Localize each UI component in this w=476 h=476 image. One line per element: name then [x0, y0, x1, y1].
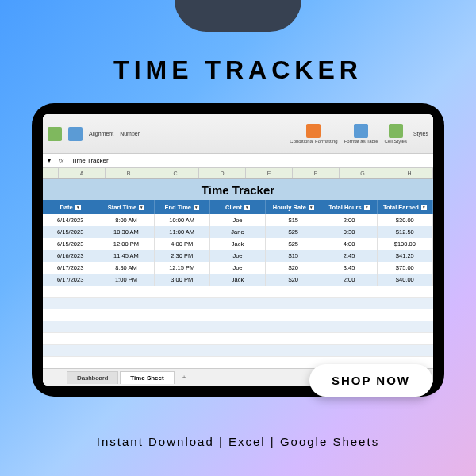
table-row[interactable]: 6/15/202312:00 PM4:00 PMJack$254:00$100.… — [43, 238, 433, 250]
cell-date[interactable]: 6/15/2023 — [43, 238, 98, 250]
cell-hours[interactable]: 3:45 — [321, 262, 377, 274]
filter-icon[interactable]: ▾ — [421, 205, 427, 210]
cell-earned[interactable]: $40.00 — [378, 274, 433, 286]
th-client[interactable]: Client▾ — [210, 200, 266, 214]
th-hours[interactable]: Total Hours▾ — [321, 200, 377, 214]
cell-start[interactable]: 10:30 AM — [98, 226, 154, 238]
empty-row[interactable] — [43, 333, 433, 345]
filter-icon[interactable]: ▾ — [139, 205, 144, 210]
cell-hours[interactable]: 0:30 — [321, 226, 377, 238]
cell-end[interactable]: 10:00 AM — [155, 214, 210, 226]
ribbon-format-table[interactable]: Format as Table — [344, 124, 378, 144]
name-box[interactable]: ▾ — [48, 157, 51, 164]
cell-rate[interactable]: $20 — [266, 262, 321, 274]
th-rate[interactable]: Hourly Rate▾ — [266, 200, 321, 214]
cell-end[interactable]: 12:15 PM — [155, 262, 210, 274]
table-row[interactable]: 6/17/20238:30 AM12:15 PMJoe$203:45$75.00 — [43, 262, 433, 274]
cell-client[interactable]: Joe — [210, 262, 266, 274]
cell-rate[interactable]: $25 — [266, 238, 321, 250]
filter-icon[interactable]: ▾ — [194, 205, 199, 210]
ribbon-number-label: Number — [120, 131, 140, 136]
ribbon-font[interactable] — [68, 127, 83, 141]
table-header-row: Date▾ Start Time▾ End Time▾ Client▾ Hour… — [43, 200, 433, 214]
cell-date[interactable]: 6/14/2023 — [43, 214, 98, 226]
ribbon-paste[interactable] — [48, 127, 62, 141]
tab-timesheet[interactable]: Time Sheet — [120, 371, 175, 384]
cell-date[interactable]: 6/17/2023 — [43, 274, 98, 286]
th-start[interactable]: Start Time▾ — [98, 200, 154, 214]
cell-end[interactable]: 2:30 PM — [155, 250, 210, 262]
cell-client[interactable]: Joe — [210, 214, 266, 226]
filter-icon[interactable]: ▾ — [75, 205, 81, 210]
cell-earned[interactable]: $100.00 — [378, 238, 433, 250]
cell-hours[interactable]: 4:00 — [321, 238, 377, 250]
cell-start[interactable]: 11:45 AM — [98, 250, 154, 262]
decorative-top-shape — [175, 0, 301, 32]
col-c[interactable]: C — [152, 168, 199, 178]
col-f[interactable]: F — [293, 168, 340, 178]
filter-icon[interactable]: ▾ — [309, 205, 314, 210]
tab-add[interactable]: + — [176, 371, 193, 383]
data-rows: 6/14/20238:00 AM10:00 AMJoe$152:00$30.00… — [43, 214, 433, 368]
cell-client[interactable]: Jack — [210, 238, 266, 250]
column-headers: A B C D E F G H — [43, 168, 433, 179]
cell-client[interactable]: Jane — [210, 226, 266, 238]
empty-row[interactable] — [43, 286, 433, 298]
cell-start[interactable]: 8:00 AM — [98, 214, 154, 226]
excel-ribbon[interactable]: Alignment Number Conditional Formatting … — [43, 114, 433, 154]
filter-icon[interactable]: ▾ — [364, 205, 370, 210]
shop-now-button[interactable]: SHOP NOW — [309, 364, 432, 397]
tablet-frame: Alignment Number Conditional Formatting … — [32, 103, 444, 397]
cell-hours[interactable]: 2:00 — [321, 274, 377, 286]
col-e[interactable]: E — [246, 168, 293, 178]
cell-client[interactable]: Jack — [210, 274, 266, 286]
cell-earned[interactable]: $75.00 — [378, 262, 433, 274]
col-h[interactable]: H — [386, 168, 433, 178]
col-g[interactable]: G — [340, 168, 386, 178]
table-row[interactable]: 6/16/202311:45 AM2:30 PMJoe$152:45$41.25 — [43, 250, 433, 262]
empty-row[interactable] — [43, 298, 433, 309]
select-all-corner[interactable] — [43, 168, 59, 178]
cell-hours[interactable]: 2:00 — [321, 214, 377, 226]
cell-rate[interactable]: $25 — [266, 226, 321, 238]
cell-earned[interactable]: $12.50 — [378, 226, 433, 238]
excel-screen: Alignment Number Conditional Formatting … — [43, 114, 433, 386]
filter-icon[interactable]: ▾ — [244, 205, 250, 210]
table-row[interactable]: 6/14/20238:00 AM10:00 AMJoe$152:00$30.00 — [43, 214, 433, 226]
cell-rate[interactable]: $15 — [266, 250, 321, 262]
cell-start[interactable]: 1:00 PM — [98, 274, 154, 286]
paste-icon — [48, 127, 62, 141]
cell-end[interactable]: 11:00 AM — [155, 226, 210, 238]
formula-bar[interactable]: ▾ fx Time Tracker — [43, 154, 433, 168]
ribbon-conditional[interactable]: Conditional Formatting — [290, 124, 337, 144]
cell-rate[interactable]: $20 — [266, 274, 321, 286]
ribbon-cell-styles[interactable]: Cell Styles — [385, 124, 407, 144]
table-row[interactable]: 6/17/20231:00 PM3:00 PMJack$202:00$40.00 — [43, 274, 433, 286]
col-b[interactable]: B — [106, 168, 152, 178]
cell-earned[interactable]: $30.00 — [378, 214, 433, 226]
cell-rate[interactable]: $15 — [266, 214, 321, 226]
th-date[interactable]: Date▾ — [43, 200, 98, 214]
empty-row[interactable] — [43, 309, 433, 321]
sheet-title[interactable]: Time Tracker — [43, 179, 433, 200]
cell-date[interactable]: 6/15/2023 — [43, 226, 98, 238]
cell-date[interactable]: 6/16/2023 — [43, 250, 98, 262]
cell-earned[interactable]: $41.25 — [378, 250, 433, 262]
th-end[interactable]: End Time▾ — [155, 200, 210, 214]
cell-end[interactable]: 3:00 PM — [155, 274, 210, 286]
empty-row[interactable] — [43, 321, 433, 333]
cell-client[interactable]: Joe — [210, 250, 266, 262]
table-row[interactable]: 6/15/202310:30 AM11:00 AMJane$250:30$12.… — [43, 226, 433, 238]
page-title: TIME TRACKER — [0, 56, 476, 85]
th-earned[interactable]: Total Earned▾ — [378, 200, 433, 214]
formula-value[interactable]: Time Tracker — [71, 157, 108, 164]
col-d[interactable]: D — [199, 168, 246, 178]
cell-date[interactable]: 6/17/2023 — [43, 262, 98, 274]
col-a[interactable]: A — [59, 168, 106, 178]
cell-start[interactable]: 12:00 PM — [98, 238, 154, 250]
cell-end[interactable]: 4:00 PM — [155, 238, 210, 250]
tab-dashboard[interactable]: Dashboard — [67, 371, 118, 384]
empty-row[interactable] — [43, 345, 433, 357]
cell-start[interactable]: 8:30 AM — [98, 262, 154, 274]
cell-hours[interactable]: 2:45 — [321, 250, 377, 262]
